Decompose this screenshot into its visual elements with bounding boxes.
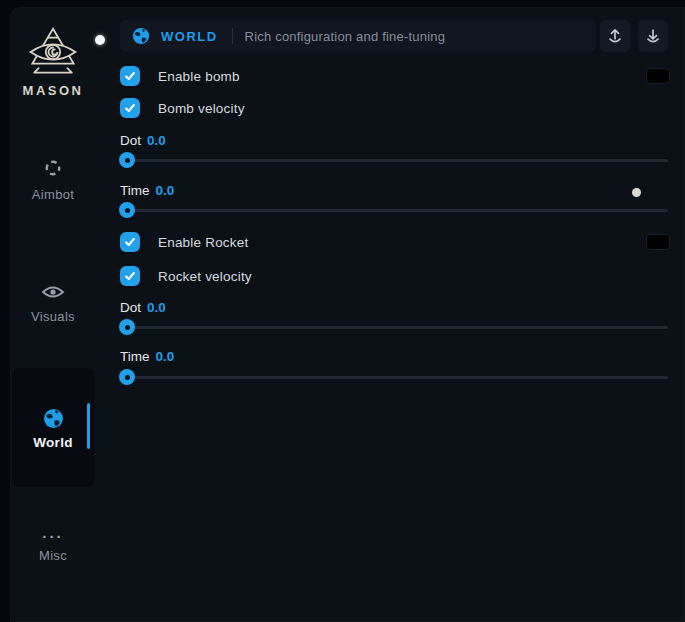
check-icon xyxy=(124,102,136,114)
slider-name: Time xyxy=(120,183,150,198)
slider-thumb[interactable] xyxy=(119,369,135,385)
rocket-velocity-checkbox[interactable] xyxy=(120,266,140,286)
checkbox-label: Enable Rocket xyxy=(158,235,248,250)
download-config-button[interactable] xyxy=(638,20,668,52)
slider-name: Time xyxy=(120,349,150,364)
slider-name: Dot xyxy=(120,133,141,148)
divider xyxy=(232,28,233,44)
download-icon xyxy=(644,27,662,45)
checkbox-label: Enable bomb xyxy=(158,69,240,84)
slider-value: 0.0 xyxy=(147,133,166,148)
check-icon xyxy=(124,70,136,82)
sidebar-item-aimbot[interactable]: Aimbot xyxy=(10,158,96,203)
rocket-velocity-row: Rocket velocity xyxy=(120,266,252,286)
cursor-dot xyxy=(632,188,641,197)
active-tab-indicator xyxy=(87,403,90,449)
slider-thumb[interactable] xyxy=(119,202,135,218)
slider-track[interactable] xyxy=(120,376,668,379)
app-window: MASON Aimbot Visuals World xyxy=(10,7,685,622)
cursor-dot xyxy=(95,35,105,45)
slider-thumb[interactable] xyxy=(119,152,135,168)
bomb-time-label: Time0.0 xyxy=(120,183,174,198)
page-subtitle: Rich configuration and fine-tuning xyxy=(245,29,445,44)
sidebar-item-misc[interactable]: ... Misc xyxy=(10,524,96,564)
globe-icon xyxy=(132,27,150,45)
bomb-velocity-row: Bomb velocity xyxy=(120,98,245,118)
slider-value: 0.0 xyxy=(156,349,175,364)
sidebar-item-label: Visuals xyxy=(31,309,75,324)
slider-value: 0.0 xyxy=(147,300,166,315)
bomb-dot-label: Dot0.0 xyxy=(120,133,166,148)
rocket-time-label: Time0.0 xyxy=(120,349,174,364)
globe-icon xyxy=(43,408,64,429)
enable-bomb-row: Enable bomb xyxy=(120,66,240,86)
slider-track[interactable] xyxy=(120,326,668,329)
enable-rocket-checkbox[interactable] xyxy=(120,232,140,252)
masonic-eye-pyramid-icon xyxy=(22,26,84,78)
rocket-dot-label: Dot0.0 xyxy=(120,300,166,315)
bomb-color-swatch[interactable] xyxy=(646,68,670,84)
rocket-color-swatch[interactable] xyxy=(646,234,670,250)
check-icon xyxy=(124,270,136,282)
sidebar-item-world[interactable]: World xyxy=(12,368,94,487)
bomb-velocity-checkbox[interactable] xyxy=(120,98,140,118)
eye-icon xyxy=(41,284,65,300)
slider-name: Dot xyxy=(120,300,141,315)
page-title: WORLD xyxy=(161,29,218,44)
page-header: WORLD Rich configuration and fine-tuning xyxy=(120,20,596,52)
rocket-dot-slider[interactable] xyxy=(120,319,668,335)
sidebar: MASON Aimbot Visuals World xyxy=(10,7,96,622)
crosshair-icon xyxy=(43,158,63,178)
sidebar-item-label: Aimbot xyxy=(32,187,74,202)
rocket-time-slider[interactable] xyxy=(120,369,668,385)
checkbox-label: Rocket velocity xyxy=(158,269,252,284)
check-icon xyxy=(124,236,136,248)
sidebar-item-label: Misc xyxy=(39,548,67,563)
ellipsis-icon: ... xyxy=(10,524,96,541)
sidebar-item-label: World xyxy=(12,435,94,450)
slider-track[interactable] xyxy=(120,209,668,212)
bomb-dot-slider[interactable] xyxy=(120,152,668,168)
brand-name: MASON xyxy=(10,83,96,98)
enable-rocket-row: Enable Rocket xyxy=(120,232,248,252)
checkbox-label: Bomb velocity xyxy=(158,101,245,116)
upload-icon xyxy=(606,27,624,45)
slider-track[interactable] xyxy=(120,159,668,162)
enable-bomb-checkbox[interactable] xyxy=(120,66,140,86)
upload-config-button[interactable] xyxy=(600,20,630,52)
sidebar-item-visuals[interactable]: Visuals xyxy=(10,284,96,325)
slider-thumb[interactable] xyxy=(119,319,135,335)
bomb-time-slider[interactable] xyxy=(120,202,668,218)
slider-value: 0.0 xyxy=(156,183,175,198)
